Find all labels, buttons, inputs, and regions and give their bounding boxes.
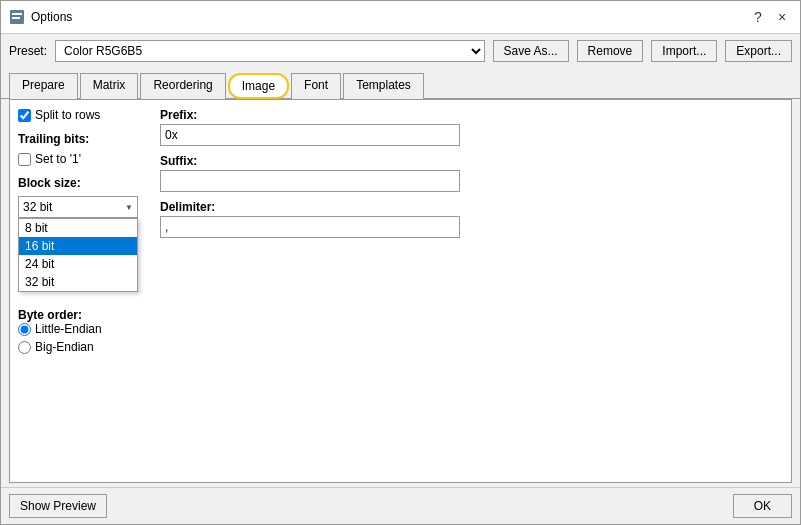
- title-bar-controls: ? ×: [748, 7, 792, 27]
- block-size-current: 32 bit: [23, 200, 52, 214]
- prefix-input[interactable]: [160, 124, 460, 146]
- close-button[interactable]: ×: [772, 7, 792, 27]
- byte-order-label: Byte order:: [18, 308, 148, 322]
- big-endian-label: Big-Endian: [35, 340, 94, 354]
- tab-image[interactable]: Image: [228, 73, 289, 99]
- block-size-label: Block size:: [18, 176, 148, 190]
- suffix-label: Suffix:: [160, 154, 783, 168]
- prefix-label: Prefix:: [160, 108, 783, 122]
- big-endian-radio[interactable]: [18, 341, 31, 354]
- export-button[interactable]: Export...: [725, 40, 792, 62]
- tab-reordering[interactable]: Reordering: [140, 73, 225, 99]
- window-icon: [9, 9, 25, 25]
- set-to-1-row: Set to '1': [18, 152, 148, 166]
- window-title: Options: [31, 10, 72, 24]
- block-size-button[interactable]: 32 bit ▼: [18, 196, 138, 218]
- delimiter-label: Delimiter:: [160, 200, 783, 214]
- prefix-group: Prefix:: [160, 108, 783, 146]
- delimiter-group: Delimiter:: [160, 200, 783, 238]
- block-size-32bit[interactable]: 32 bit: [19, 273, 137, 291]
- remove-button[interactable]: Remove: [577, 40, 644, 62]
- help-button[interactable]: ?: [748, 7, 768, 27]
- split-to-rows-row: Split to rows: [18, 108, 148, 122]
- tab-bar: Prepare Matrix Reordering Image Font Tem…: [1, 68, 800, 99]
- ok-button[interactable]: OK: [733, 494, 792, 518]
- options-window: Options ? × Preset: Color R5G6B5 Save As…: [0, 0, 801, 525]
- split-to-rows-checkbox[interactable]: [18, 109, 31, 122]
- block-size-dropdown[interactable]: 32 bit ▼ 8 bit 16 bit 24 bit 32 bit: [18, 196, 138, 218]
- show-preview-button[interactable]: Show Preview: [9, 494, 107, 518]
- set-to-1-checkbox[interactable]: [18, 153, 31, 166]
- set-to-1-label: Set to '1': [35, 152, 81, 166]
- block-size-8bit[interactable]: 8 bit: [19, 219, 137, 237]
- dropdown-arrow-icon: ▼: [125, 203, 133, 212]
- tab-matrix[interactable]: Matrix: [80, 73, 139, 99]
- title-bar-left: Options: [9, 9, 72, 25]
- tab-prepare[interactable]: Prepare: [9, 73, 78, 99]
- import-button[interactable]: Import...: [651, 40, 717, 62]
- suffix-input[interactable]: [160, 170, 460, 192]
- trailing-bits-label: Trailing bits:: [18, 132, 148, 146]
- little-endian-radio[interactable]: [18, 323, 31, 336]
- left-panel: Split to rows Trailing bits: Set to '1' …: [18, 108, 148, 474]
- suffix-group: Suffix:: [160, 154, 783, 192]
- svg-rect-1: [12, 13, 22, 15]
- preset-select[interactable]: Color R5G6B5: [55, 40, 485, 62]
- preset-bar: Preset: Color R5G6B5 Save As... Remove I…: [1, 34, 800, 68]
- block-size-16bit[interactable]: 16 bit: [19, 237, 137, 255]
- little-endian-label: Little-Endian: [35, 322, 102, 336]
- big-endian-row: Big-Endian: [18, 340, 148, 354]
- bottom-bar: Show Preview OK: [1, 487, 800, 524]
- little-endian-row: Little-Endian: [18, 322, 148, 336]
- svg-rect-2: [12, 17, 20, 19]
- preset-label: Preset:: [9, 44, 47, 58]
- block-size-list: 8 bit 16 bit 24 bit 32 bit: [18, 218, 138, 292]
- byte-order-group: Little-Endian Big-Endian: [18, 322, 148, 354]
- tab-font[interactable]: Font: [291, 73, 341, 99]
- save-as-button[interactable]: Save As...: [493, 40, 569, 62]
- delimiter-input[interactable]: [160, 216, 460, 238]
- main-content: Split to rows Trailing bits: Set to '1' …: [9, 99, 792, 483]
- tab-templates[interactable]: Templates: [343, 73, 424, 99]
- right-panel: Prefix: Suffix: Delimiter:: [160, 108, 783, 474]
- title-bar: Options ? ×: [1, 1, 800, 34]
- block-size-24bit[interactable]: 24 bit: [19, 255, 137, 273]
- split-to-rows-label: Split to rows: [35, 108, 100, 122]
